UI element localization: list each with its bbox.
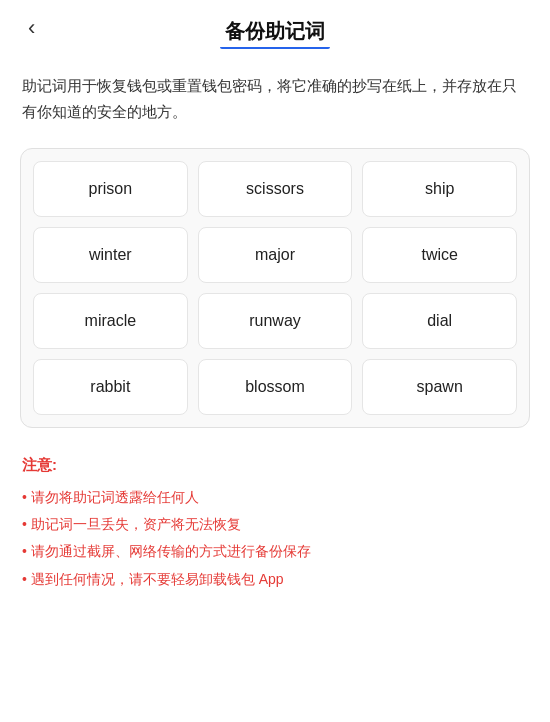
notice-item: 请勿将助记词透露给任何人 <box>22 485 528 510</box>
mnemonic-cell: blossom <box>198 359 353 415</box>
mnemonic-grid-container: prisonscissorsshipwintermajortwicemiracl… <box>20 148 530 428</box>
page-header: ‹ 备份助记词 <box>0 0 550 55</box>
mnemonic-cell: prison <box>33 161 188 217</box>
notice-item: 请勿通过截屏、网络传输的方式进行备份保存 <box>22 539 528 564</box>
mnemonic-grid: prisonscissorsshipwintermajortwicemiracl… <box>33 161 517 415</box>
mnemonic-cell: major <box>198 227 353 283</box>
mnemonic-cell: miracle <box>33 293 188 349</box>
back-button[interactable]: ‹ <box>20 11 43 45</box>
notice-title: 注意: <box>22 456 528 475</box>
description-text: 助记词用于恢复钱包或重置钱包密码，将它准确的抄写在纸上，并存放在只有你知道的安全… <box>0 55 550 138</box>
mnemonic-cell: scissors <box>198 161 353 217</box>
mnemonic-cell: ship <box>362 161 517 217</box>
mnemonic-cell: twice <box>362 227 517 283</box>
mnemonic-cell: runway <box>198 293 353 349</box>
notice-list: 请勿将助记词透露给任何人助记词一旦丢失，资产将无法恢复请勿通过截屏、网络传输的方… <box>22 485 528 592</box>
page-title: 备份助记词 <box>225 18 325 45</box>
mnemonic-cell: winter <box>33 227 188 283</box>
notice-section: 注意: 请勿将助记词透露给任何人助记词一旦丢失，资产将无法恢复请勿通过截屏、网络… <box>0 446 550 614</box>
notice-item: 助记词一旦丢失，资产将无法恢复 <box>22 512 528 537</box>
mnemonic-cell: spawn <box>362 359 517 415</box>
notice-item: 遇到任何情况，请不要轻易卸载钱包 App <box>22 567 528 592</box>
mnemonic-cell: rabbit <box>33 359 188 415</box>
mnemonic-cell: dial <box>362 293 517 349</box>
